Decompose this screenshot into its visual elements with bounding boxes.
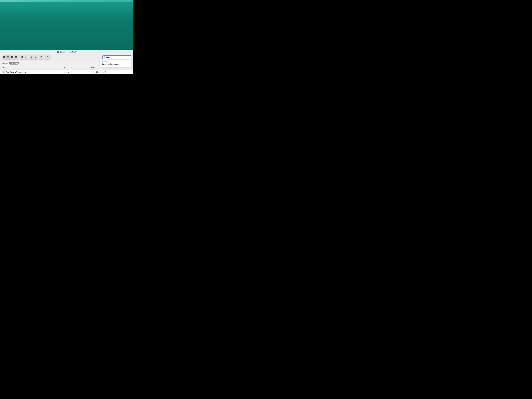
icon-view-button[interactable] xyxy=(2,55,6,59)
svg-point-19 xyxy=(46,57,48,58)
svg-rect-7 xyxy=(11,56,12,58)
gallery-icon xyxy=(15,56,17,58)
arrange-button[interactable] xyxy=(20,55,24,59)
col-header-date[interactable]: Date xyxy=(91,67,131,69)
actions-chevron[interactable] xyxy=(34,55,37,59)
arrange-chevron[interactable] xyxy=(24,55,28,59)
svg-rect-6 xyxy=(7,58,9,58)
svg-rect-3 xyxy=(4,57,5,58)
svg-rect-11 xyxy=(15,58,16,58)
svg-rect-2 xyxy=(3,57,4,58)
share-button[interactable] xyxy=(39,55,43,59)
finder-window: Searching “This Mac” xyxy=(0,50,133,74)
file-date: May 21 2020 at 0 xyxy=(93,71,131,73)
col-header-kind[interactable]: Kind xyxy=(62,67,91,69)
list-view-button[interactable] xyxy=(6,55,10,59)
search-dropdown: Filenames Name matches: camer xyxy=(100,60,131,67)
arrange-group xyxy=(19,55,28,60)
share-group xyxy=(39,55,44,60)
file-name: RawCameraTypes.bundle xyxy=(6,71,64,73)
arrange-icon xyxy=(21,56,23,58)
svg-rect-0 xyxy=(3,56,4,57)
scope-label: Search: xyxy=(2,62,8,64)
actions-group xyxy=(29,55,38,60)
file-icon xyxy=(2,71,5,74)
tag-button[interactable] xyxy=(45,55,49,59)
svg-rect-17 xyxy=(22,57,22,58)
svg-rect-15 xyxy=(22,56,22,57)
search-input[interactable] xyxy=(102,55,131,59)
tag-icon xyxy=(46,56,48,58)
tag-group xyxy=(44,55,50,60)
share-icon xyxy=(40,56,42,58)
view-buttons-group xyxy=(2,55,19,60)
gear-icon xyxy=(30,56,33,58)
svg-rect-10 xyxy=(15,56,17,57)
search-dropdown-section-label: Filenames xyxy=(101,61,130,62)
svg-rect-16 xyxy=(21,57,21,58)
searching-icon xyxy=(57,51,59,53)
desktop-top-strip xyxy=(0,0,133,2)
table-row[interactable]: RawCameraTypes.bundle bundle May 21 2020… xyxy=(0,70,133,74)
scope-this-mac[interactable]: This Mac xyxy=(9,62,19,64)
svg-rect-13 xyxy=(16,58,17,58)
searching-status-bar: Searching “This Mac” xyxy=(0,50,133,54)
svg-rect-9 xyxy=(13,56,13,58)
search-dropdown-match-item[interactable]: Name matches: camer xyxy=(101,63,130,65)
svg-rect-1 xyxy=(4,56,5,57)
actions-gear-button[interactable] xyxy=(30,55,33,59)
finder-toolbar: 🔍 Filenames Name matches: camer xyxy=(0,54,133,61)
desktop-wallpaper xyxy=(0,0,133,50)
searching-label: Searching “This Mac” xyxy=(60,51,76,53)
svg-rect-18 xyxy=(22,56,23,58)
gallery-view-button[interactable] xyxy=(14,55,18,59)
svg-rect-14 xyxy=(21,56,21,57)
column-view-button[interactable] xyxy=(10,55,14,59)
svg-rect-8 xyxy=(12,56,12,58)
svg-rect-4 xyxy=(7,57,9,57)
search-wrapper: 🔍 Filenames Name matches: camer xyxy=(102,55,131,59)
col-header-name[interactable]: Name xyxy=(2,67,62,69)
bundle-icon xyxy=(2,71,5,73)
list-icon xyxy=(7,56,9,58)
file-kind: bundle xyxy=(64,71,93,73)
file-list: RawCameraTypes.bundle bundle May 21 2020… xyxy=(0,70,133,74)
chevron-down-icon xyxy=(25,56,27,58)
grid-icon xyxy=(3,56,5,58)
chevron-down-small-icon xyxy=(34,56,37,58)
svg-rect-12 xyxy=(16,58,16,58)
search-dropdown-section: Filenames Name matches: camer xyxy=(100,61,131,66)
columns-icon xyxy=(11,56,13,58)
svg-rect-5 xyxy=(7,57,9,57)
